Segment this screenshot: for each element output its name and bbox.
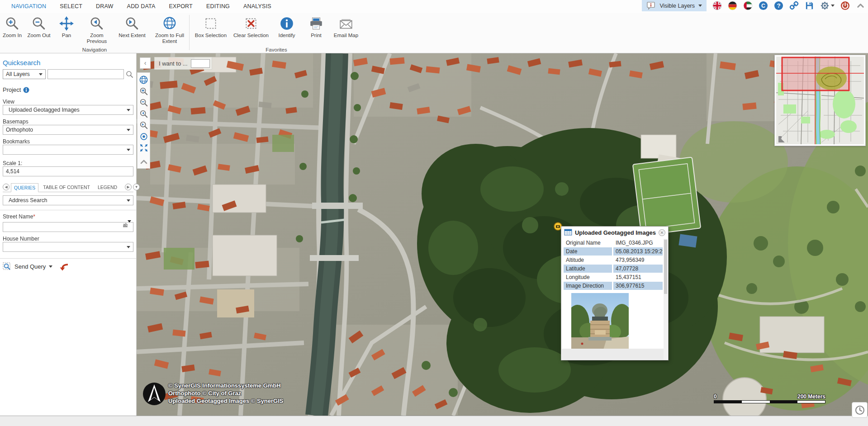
map-zoom-next-button[interactable]	[138, 119, 149, 131]
map-zoom-out-button[interactable]	[138, 97, 149, 108]
clock-icon	[855, 405, 865, 415]
basemaps-label: Basemaps	[3, 118, 133, 125]
overview-map[interactable]	[774, 55, 866, 146]
zoom-in-button[interactable]: Zoom In	[0, 15, 24, 38]
quicksearch-input[interactable]	[47, 69, 124, 79]
info-bubble-icon	[646, 1, 656, 10]
send-query-icon	[3, 262, 11, 271]
language-german-icon[interactable]	[728, 1, 737, 10]
autocomplete-icon[interactable]: ab	[123, 223, 131, 227]
zoom-previous-icon	[139, 109, 148, 118]
map-zoom-in-button[interactable]	[138, 85, 149, 97]
clear-selection-button[interactable]: Clear Selection	[232, 15, 270, 38]
tab-add-data[interactable]: ADD DATA	[120, 0, 162, 13]
table-row: Original Name IMG_0346.JPG	[564, 239, 663, 247]
tabs-scroll-left-button[interactable]: ◀	[3, 184, 9, 190]
geotagged-photo-thumbnail[interactable]	[571, 293, 629, 351]
language-arabic-icon[interactable]	[743, 1, 753, 10]
visible-layers-dropdown[interactable]: Visible Layers	[642, 0, 707, 11]
tab-export[interactable]: EXPORT	[162, 0, 199, 13]
identify-button[interactable]: Identify	[270, 15, 304, 38]
search-icon[interactable]	[126, 71, 133, 78]
i-want-to-input[interactable]	[191, 59, 210, 68]
zoom-out-icon	[139, 98, 148, 107]
print-button[interactable]: Print	[304, 15, 329, 38]
time-slider-button[interactable]	[852, 402, 868, 418]
scalebar-start: 0	[714, 393, 717, 400]
table-row: Longitude 15,437151	[564, 273, 663, 281]
settings-button[interactable]	[820, 1, 835, 10]
tab-queries[interactable]: QUERIES	[11, 183, 38, 192]
tab-analysis[interactable]: ANALYSIS	[237, 0, 278, 13]
panel-tabstrip: ◀ QUERIES TABLE OF CONTENT LEGEND L ▶ ▼	[3, 183, 133, 192]
i-want-to-bar[interactable]: I want to ...	[154, 57, 212, 70]
tab-table-of-content[interactable]: TABLE OF CONTENT	[40, 183, 93, 192]
tab-legend[interactable]: LEGEND	[95, 183, 120, 192]
collapse-ribbon-icon[interactable]	[856, 1, 865, 10]
box-selection-button[interactable]: Box Selection	[190, 15, 232, 38]
required-mark: *	[33, 213, 35, 220]
map-full-extent-button[interactable]	[138, 142, 149, 153]
tab-select[interactable]: SELECT	[53, 0, 89, 13]
clear-selection-icon	[243, 16, 259, 31]
zoom-out-button[interactable]: Zoom Out	[24, 15, 53, 38]
map-viewport[interactable]: ‹ I want to ...	[137, 53, 868, 416]
share-link-icon[interactable]	[789, 1, 799, 10]
view-select[interactable]: Uploaded Geotagged Images	[3, 105, 133, 115]
group-navigation: Zoom In Zoom Out Pan	[0, 13, 189, 53]
zoom-previous-button[interactable]: Zoom Previous	[80, 15, 114, 44]
result-table-icon	[564, 228, 572, 237]
sidebar: Quicksearch All Layers Project View Uplo…	[0, 53, 137, 416]
visible-layers-label: Visible Layers	[659, 3, 695, 9]
tab-truncated[interactable]: L	[122, 183, 123, 192]
zoom-previous-icon	[89, 16, 104, 31]
overview-toggle-icon[interactable]	[778, 135, 787, 143]
tab-navigation[interactable]: NAVIGATION	[5, 0, 53, 13]
svg-text:C: C	[761, 3, 765, 9]
north-arrow-icon	[142, 382, 166, 406]
pan-button[interactable]: Pan	[53, 15, 80, 38]
help-icon[interactable]: ?	[774, 1, 783, 10]
map-globe-button[interactable]	[138, 74, 149, 85]
zoom-out-icon	[31, 16, 47, 31]
zoom-full-extent-button[interactable]: Zoom to Full Extent	[150, 15, 189, 44]
bookmark-select[interactable]	[3, 145, 133, 155]
scale-input[interactable]	[3, 166, 133, 176]
quicksearch-layer-select[interactable]: All Layers	[3, 69, 46, 79]
email-map-button[interactable]: Email Map	[329, 15, 363, 38]
ribbon-toolbar: Zoom In Zoom Out Pan	[0, 13, 363, 53]
map-copyright: © SynerGIS Informationssysteme GmbH Orth…	[168, 382, 283, 405]
quicksearch-title: Quicksearch	[3, 59, 133, 66]
chevron-down-icon	[698, 5, 702, 7]
tab-editing[interactable]: EDITING	[199, 0, 237, 13]
popup-scrollbar[interactable]	[664, 239, 668, 360]
language-c-icon[interactable]: C	[759, 1, 768, 10]
send-query-button[interactable]: Send Query	[14, 263, 46, 270]
sidebar-collapse-button[interactable]: ‹	[140, 57, 151, 69]
target-icon	[139, 132, 148, 141]
view-label: View	[3, 99, 133, 105]
project-info-icon[interactable]	[23, 87, 29, 93]
zoom-in-icon	[5, 16, 20, 31]
save-icon[interactable]	[805, 1, 814, 10]
scalebar: 0 200 Meters	[714, 393, 825, 403]
send-query-menu-icon[interactable]	[49, 265, 52, 268]
reset-query-icon[interactable]	[59, 263, 69, 271]
language-english-icon[interactable]	[712, 1, 722, 10]
map-center-button[interactable]	[138, 131, 149, 142]
map-zoom-previous-button[interactable]	[138, 108, 149, 119]
table-row: Date 05.08.2013 15:29:29	[564, 247, 663, 256]
popup-header[interactable]: Uploaded Geotagged Images ✕	[561, 227, 668, 238]
logout-icon[interactable]	[840, 1, 850, 10]
next-extent-button[interactable]: Next Extent	[114, 15, 150, 38]
house-number-select[interactable]	[3, 242, 133, 252]
street-name-input[interactable]	[3, 222, 133, 232]
tabs-scroll-right-button[interactable]: ▶	[125, 184, 132, 190]
query-select[interactable]: Address Search	[3, 195, 133, 205]
basemap-select[interactable]: Orthophoto	[3, 125, 133, 135]
tab-draw[interactable]: DRAW	[89, 0, 120, 13]
popup-close-button[interactable]: ✕	[659, 229, 665, 236]
map-tools-collapse-button[interactable]	[138, 156, 149, 167]
table-row: Altitude 473,956349	[564, 256, 663, 264]
topright-icons: Visible Layers C ?	[642, 0, 865, 11]
